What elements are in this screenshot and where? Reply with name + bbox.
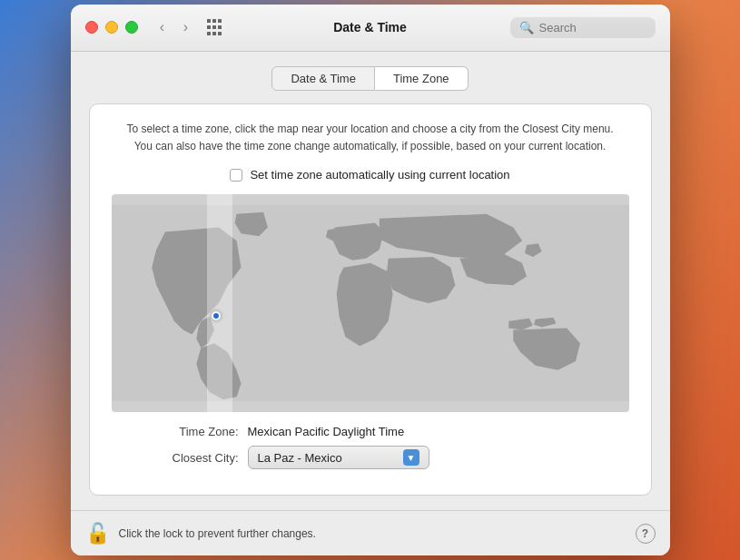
help-button[interactable]: ? (636, 524, 656, 544)
content-area: Date & Time Time Zone To select a time z… (71, 52, 670, 510)
titlebar: ‹ › Date & Time 🔍 (71, 5, 670, 52)
timezone-label: Time Zone: (112, 425, 239, 438)
city-dropdown-value: La Paz - Mexico (258, 451, 342, 465)
back-button[interactable]: ‹ (153, 17, 173, 37)
minimize-button[interactable] (105, 21, 118, 34)
footer-lock-label: Click the lock to prevent further change… (119, 527, 316, 540)
city-label: Closest City: (112, 451, 239, 465)
city-dropdown[interactable]: La Paz - Mexico ▼ (248, 446, 429, 469)
panel: To select a time zone, click the map nea… (89, 103, 652, 496)
traffic-lights (85, 21, 138, 34)
city-row: Closest City: La Paz - Mexico ▼ (112, 446, 629, 469)
footer: 🔓 Click the lock to prevent further chan… (71, 510, 670, 555)
grid-icon[interactable] (207, 19, 223, 35)
world-map[interactable] (112, 194, 629, 412)
window-title: Date & Time (333, 20, 407, 34)
timezone-row: Time Zone: Mexican Pacific Daylight Time (112, 425, 629, 438)
instruction-text: To select a time zone, click the map nea… (112, 121, 629, 155)
auto-timezone-checkbox[interactable] (230, 169, 242, 182)
location-dot (212, 311, 221, 320)
auto-timezone-label: Set time zone automatically using curren… (250, 168, 509, 182)
tab-date-time[interactable]: Date & Time (271, 66, 375, 91)
main-window: ‹ › Date & Time 🔍 Date & Time Time Zone … (71, 5, 670, 555)
dropdown-arrow-icon: ▼ (403, 449, 419, 466)
nav-buttons: ‹ › (153, 17, 196, 37)
lock-icon[interactable]: 🔓 (85, 522, 110, 545)
tab-bar: Date & Time Time Zone (89, 66, 652, 91)
close-button[interactable] (85, 21, 98, 34)
search-icon: 🔍 (519, 21, 534, 34)
tab-time-zone[interactable]: Time Zone (375, 66, 469, 91)
map-svg (112, 194, 629, 412)
search-bar[interactable]: 🔍 (510, 17, 656, 38)
timezone-value: Mexican Pacific Daylight Time (248, 425, 405, 438)
auto-checkbox-row: Set time zone automatically using curren… (112, 168, 629, 182)
forward-button[interactable]: › (176, 17, 196, 37)
fullscreen-button[interactable] (125, 21, 138, 34)
search-input[interactable] (539, 21, 646, 34)
